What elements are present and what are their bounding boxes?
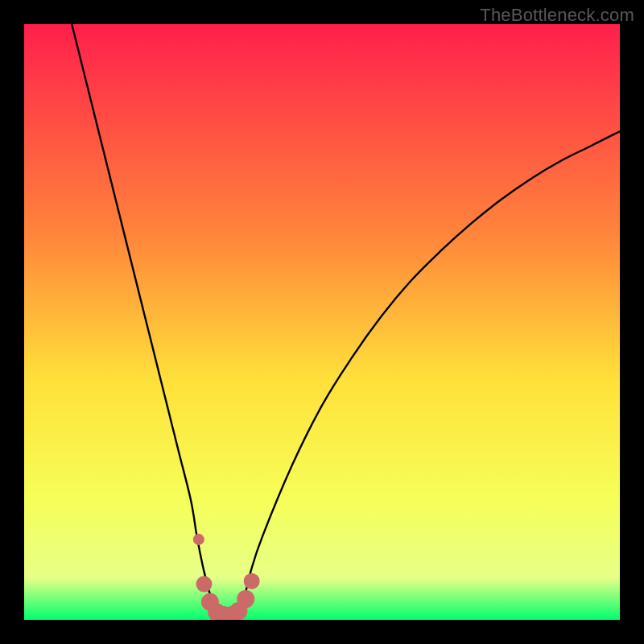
bottleneck-chart [24, 24, 620, 620]
curve-marker [193, 534, 204, 545]
curve-marker [237, 590, 254, 608]
curve-marker [244, 573, 260, 589]
chart-frame: TheBottleneck.com [0, 0, 644, 644]
watermark-text: TheBottleneck.com [480, 5, 634, 26]
curve-marker [196, 576, 212, 592]
gradient-background [24, 24, 620, 620]
